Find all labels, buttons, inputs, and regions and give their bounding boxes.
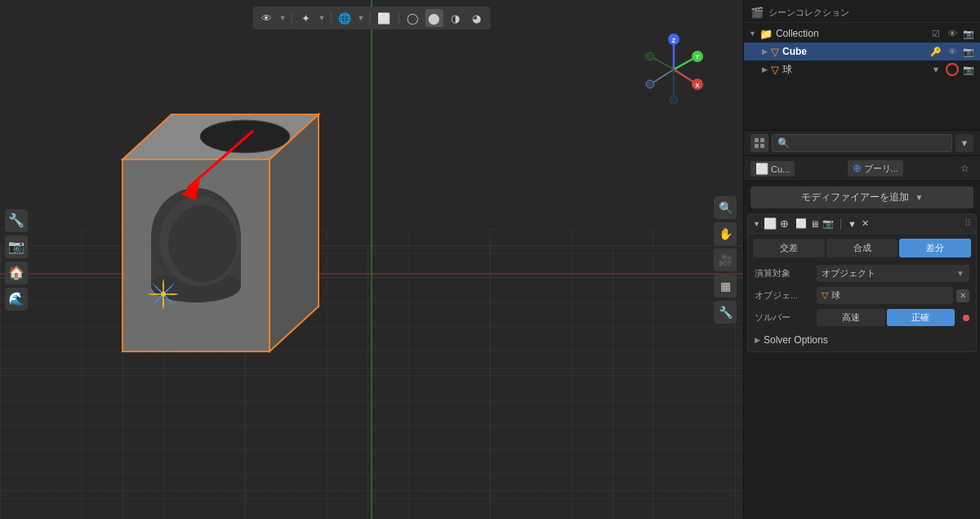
bool-camera-icon: 📷 xyxy=(822,218,834,229)
svg-rect-70 xyxy=(755,144,759,148)
operand-dropdown-arrow: ▼ xyxy=(956,269,964,278)
cube-camera[interactable]: 📷 xyxy=(962,45,975,58)
solver-options: ▶ Solver Options xyxy=(748,329,976,351)
bool-divider xyxy=(840,218,841,230)
sphere-mesh-icon: ▽ xyxy=(771,64,779,76)
properties-search[interactable] xyxy=(772,134,952,152)
modifier-bool-icon: ⊕ xyxy=(853,162,862,174)
prop-render-tool[interactable]: 📷 xyxy=(5,235,28,258)
transform-tool[interactable]: ✦ xyxy=(297,9,315,27)
operand-value[interactable]: オブジェクト ▼ xyxy=(817,265,969,282)
main-layout: 👁 ▼ ✦ ▼ 🌐 ▼ ⬜ ◯ ⬤ ◑ ◕ Z Y xyxy=(0,0,980,519)
collection-row[interactable]: ▼ 📁 Collection ☑ 👁 📷 xyxy=(744,25,980,43)
zoom-tool[interactable]: 🔍 xyxy=(714,196,737,219)
cube-key[interactable]: 🔑 xyxy=(929,45,942,58)
solver-options-triangle: ▶ xyxy=(755,336,760,344)
boolean-modifier-header: ▼ ⬜ ⊕ ⬜ 🖥 📷 ▼ ✕ ⠿ xyxy=(748,214,976,234)
solver-options-header[interactable]: ▶ Solver Options xyxy=(755,332,969,348)
collection-icon: 📁 xyxy=(760,28,773,40)
svg-text:X: X xyxy=(695,82,700,89)
solver-row: ソルバー 高速 正確 xyxy=(748,306,976,329)
collection-check[interactable]: ☑ xyxy=(929,27,942,40)
bool-icon2: ⊕ xyxy=(780,217,789,230)
sphere-icons: ▼ 📷 xyxy=(929,63,975,76)
modifier-cu-icon: ⬜ xyxy=(755,163,768,175)
cube-eye[interactable]: 👁 xyxy=(946,45,959,58)
bool-difference-btn[interactable]: 差分 xyxy=(899,239,971,257)
collection-eye[interactable]: 👁 xyxy=(946,27,959,40)
expand-icon: ▼ xyxy=(749,29,756,38)
bool-display-icon1: ⬜ xyxy=(795,218,807,229)
svg-rect-69 xyxy=(760,138,764,142)
cube-label: Cube xyxy=(782,46,926,57)
properties-dropdown[interactable]: ▼ xyxy=(956,134,973,152)
properties-panel: ▼ ⬜ Cu... ⊕ ブーリ... ☆ モディファイアーを追加 ▼ xyxy=(744,131,980,356)
modifier-bool-btn[interactable]: ⊕ ブーリ... xyxy=(848,160,903,177)
bool-intersect-btn[interactable]: 交差 xyxy=(753,239,825,257)
shading-solid[interactable]: ⬤ xyxy=(425,9,443,27)
sphere-camera[interactable]: 📷 xyxy=(962,63,975,76)
cube-mesh-icon: ▽ xyxy=(771,46,779,58)
svg-point-65 xyxy=(646,52,654,60)
sphere-row[interactable]: ▶ ▽ 球 ▼ 📷 xyxy=(744,60,980,78)
svg-point-67 xyxy=(670,96,678,104)
solver-fast-btn[interactable]: 高速 xyxy=(817,309,885,326)
object-clear-btn[interactable]: ✕ xyxy=(956,289,969,302)
collection-label: Collection xyxy=(776,28,926,39)
modifier-bool-label: ブーリ... xyxy=(864,163,898,173)
prop-world-tool[interactable]: 🌊 xyxy=(5,288,28,311)
bool-visibility-dropdown[interactable]: ▼ xyxy=(848,219,857,229)
bool-close-btn[interactable]: ✕ xyxy=(862,218,869,229)
mesh-icon-small: ▽ xyxy=(822,290,828,301)
object-value[interactable]: ▽ 球 xyxy=(817,287,953,304)
add-modifier-chevron: ▼ xyxy=(915,193,924,202)
gizmo[interactable]: Z Y X xyxy=(637,33,710,106)
svg-text:Z: Z xyxy=(672,37,676,44)
svg-rect-71 xyxy=(760,144,764,148)
svg-text:Y: Y xyxy=(695,53,700,60)
bool-union-btn[interactable]: 合成 xyxy=(826,239,898,257)
prop-object-tool[interactable]: 🔧 xyxy=(5,209,28,232)
overlay-tool[interactable]: ⬜ xyxy=(375,9,393,27)
viewport-side-tools: 🔍 ✋ 🎥 ▦ 🔧 xyxy=(714,196,737,324)
grid-tool[interactable]: ▦ xyxy=(714,275,737,298)
shading-wire[interactable]: ◯ xyxy=(403,9,421,27)
pan-tool[interactable]: ✋ xyxy=(714,222,737,245)
wrench-tool[interactable]: 🔧 xyxy=(714,301,737,324)
add-modifier-btn[interactable]: モディファイアーを追加 ▼ xyxy=(751,186,973,208)
right-panel: 🎬 シーンコレクション ▼ 📁 Collection ☑ 👁 📷 ▶ ▽ Cu xyxy=(743,0,980,519)
sphere-filter[interactable]: ▼ xyxy=(929,63,942,76)
viewport: 👁 ▼ ✦ ▼ 🌐 ▼ ⬜ ◯ ⬤ ◑ ◕ Z Y xyxy=(0,0,743,519)
solver-status-dot xyxy=(963,315,969,321)
outliner-header: 🎬 シーンコレクション xyxy=(744,3,980,23)
object-label: オブジェ... xyxy=(755,289,812,302)
solver-label: ソルバー xyxy=(755,311,812,324)
cube-icons: 🔑 👁 📷 xyxy=(929,45,975,58)
collection-camera[interactable]: 📷 xyxy=(962,27,975,40)
svg-line-59 xyxy=(674,69,696,83)
cube-expand-icon: ▶ xyxy=(762,47,768,56)
prop-scene-tool[interactable]: 🏠 xyxy=(5,262,28,284)
outliner-scene-icon: 🎬 xyxy=(751,7,764,19)
add-modifier-label: モディファイアーを追加 xyxy=(801,190,909,204)
outliner-title: シーンコレクション xyxy=(768,7,849,19)
solver-exact-btn[interactable]: 正確 xyxy=(887,309,956,326)
left-tools: 🔧 📷 🏠 🌊 xyxy=(5,209,28,311)
modifier-cu-btn[interactable]: ⬜ Cu... xyxy=(751,161,795,177)
cube-row[interactable]: ▶ ▽ Cube 🔑 👁 📷 xyxy=(744,43,980,60)
shading-material[interactable]: ◑ xyxy=(446,9,464,27)
snap-tool[interactable]: 🌐 xyxy=(336,9,354,27)
camera-tool[interactable]: 🎥 xyxy=(714,248,737,271)
solver-options-label: Solver Options xyxy=(764,334,828,346)
operand-value-text: オブジェクト xyxy=(822,267,875,280)
properties-view-tab[interactable] xyxy=(751,134,768,152)
bool-grip-icon[interactable]: ⠿ xyxy=(964,218,971,229)
modifier-cu-label: Cu... xyxy=(771,164,790,174)
bool-grid-icon: ⬜ xyxy=(764,217,777,230)
boolean-modifier-panel: ▼ ⬜ ⊕ ⬜ 🖥 📷 ▼ ✕ ⠿ 交差 合成 差分 xyxy=(747,213,977,352)
modifier-tabs: ⬜ Cu... ⊕ ブーリ... ☆ xyxy=(744,156,980,181)
view-menu[interactable]: 👁 xyxy=(258,9,276,27)
bool-op-buttons: 交差 合成 差分 xyxy=(748,234,976,262)
shading-render[interactable]: ◕ xyxy=(467,9,485,27)
pin-tab[interactable]: ☆ xyxy=(956,159,973,177)
